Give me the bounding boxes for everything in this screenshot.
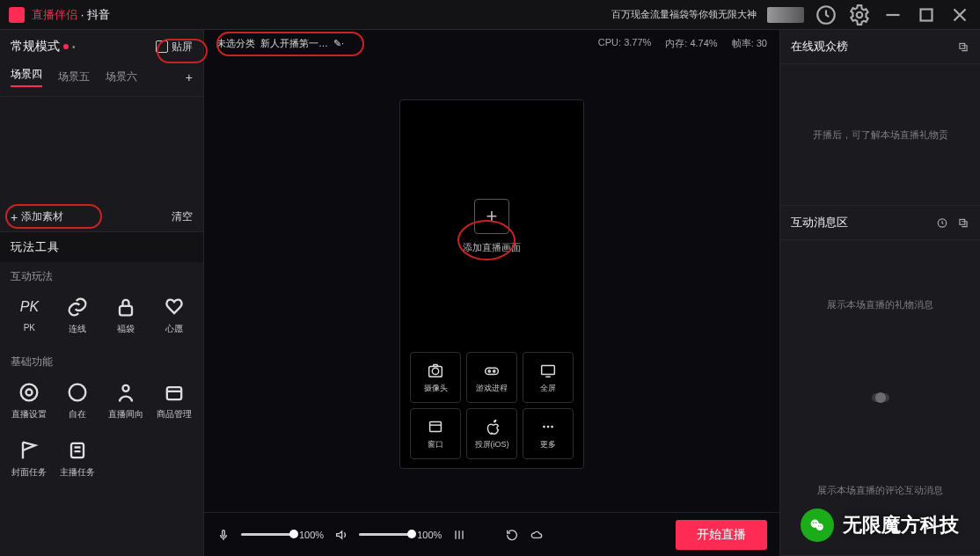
tool-self[interactable]: 自在 xyxy=(55,375,100,426)
source-fullscreen[interactable]: 全屏 xyxy=(523,352,574,403)
right-panel: 在线观众榜 开播后，可了解本场直播礼物贡 互动消息区 展示本场直播的礼物消息 展… xyxy=(779,30,980,556)
start-stream-button[interactable]: 开始直播 xyxy=(676,520,767,550)
gift-hint: 展示本场直播的礼物消息 xyxy=(789,298,971,311)
svg-point-5 xyxy=(26,390,33,396)
tool-lucky-bag[interactable]: 福袋 xyxy=(104,289,149,340)
svg-point-19 xyxy=(551,426,553,428)
stat-fps: 帧率: 30 xyxy=(732,37,767,50)
divider-handle[interactable] xyxy=(872,393,889,402)
svg-point-28 xyxy=(818,525,819,526)
tool-cover-task[interactable]: 封面任务 xyxy=(7,433,52,484)
tool-pk[interactable]: PKPK xyxy=(7,289,52,340)
scene-tab-1[interactable]: 场景四 xyxy=(11,67,42,87)
svg-rect-15 xyxy=(542,366,555,375)
source-game[interactable]: 游戏进程 xyxy=(466,352,517,403)
tool-link[interactable]: 连线 xyxy=(55,289,100,340)
switch-orientation-button[interactable]: 贴屏 xyxy=(156,40,193,55)
svg-rect-21 xyxy=(960,43,965,48)
add-scene-button[interactable]: + xyxy=(186,70,193,84)
svg-point-4 xyxy=(21,384,38,401)
flag-icon xyxy=(17,438,41,463)
tool-products[interactable]: 商品管理 xyxy=(151,375,196,426)
svg-point-1 xyxy=(857,11,863,18)
scene-tabs: 场景四 场景五 场景六 + xyxy=(0,62,203,97)
add-material-button[interactable]: +添加素材 xyxy=(11,209,63,224)
svg-rect-2 xyxy=(921,9,932,20)
svg-rect-8 xyxy=(166,387,180,399)
scene-tab-3[interactable]: 场景六 xyxy=(106,70,137,84)
mic-icon[interactable] xyxy=(216,528,230,542)
speaker-icon[interactable] xyxy=(334,528,348,542)
svg-point-27 xyxy=(815,522,817,523)
svg-rect-3 xyxy=(120,306,132,316)
plus-icon: + xyxy=(11,210,18,224)
lock-icon xyxy=(113,295,138,319)
heart-icon xyxy=(162,295,186,319)
sub2: 基础功能 xyxy=(0,348,203,375)
pk-icon: PK xyxy=(17,295,41,319)
audience-title: 在线观众榜 xyxy=(791,39,848,55)
svg-point-10 xyxy=(432,368,438,374)
interact-title: 互动消息区 xyxy=(791,215,848,230)
clock-small-icon[interactable] xyxy=(936,216,948,230)
apple-icon xyxy=(482,417,501,436)
eq-icon[interactable] xyxy=(452,528,466,542)
watermark: 无限魔方科技 xyxy=(801,508,959,542)
svg-point-17 xyxy=(543,426,545,428)
popout2-icon[interactable] xyxy=(957,216,969,230)
app-name: 直播伴侣 · 抖音 xyxy=(32,7,110,23)
stat-mem: 内存: 4.74% xyxy=(665,37,717,50)
audience-empty: 开播后，可了解本场直播礼物贡 xyxy=(780,64,980,205)
tool-wish[interactable]: 心愿 xyxy=(151,289,196,340)
source-ios-cast[interactable]: 投屏(iOS) xyxy=(466,408,517,459)
gamepad-icon xyxy=(482,361,501,380)
mic-slider[interactable]: 100% xyxy=(241,530,324,540)
camera-icon xyxy=(426,361,445,380)
gear-icon xyxy=(17,380,41,405)
svg-rect-12 xyxy=(486,368,499,374)
more-icon xyxy=(538,417,558,436)
mode-title: 常规模式• xyxy=(11,39,76,55)
maximize-icon[interactable] xyxy=(915,4,938,26)
popout-icon[interactable] xyxy=(957,40,969,55)
tools-header: 玩法工具 xyxy=(0,232,203,262)
minimize-icon[interactable] xyxy=(881,4,904,26)
svg-rect-20 xyxy=(223,530,225,536)
svg-rect-23 xyxy=(960,219,965,224)
app-logo-icon xyxy=(9,7,25,23)
svg-point-6 xyxy=(69,384,86,401)
preview-frame: + 添加直播画面 摄像头 游戏进程 全屏 窗口 投屏(iOS) 更多 xyxy=(399,99,584,469)
wechat-icon xyxy=(801,508,834,542)
speaker-slider[interactable]: 100% xyxy=(359,530,442,540)
task-icon xyxy=(65,438,90,463)
source-camera[interactable]: 摄像头 xyxy=(410,352,461,403)
title-bar: 直播伴侣 · 抖音 百万现金流量福袋等你领无限大神 xyxy=(0,0,980,30)
tool-host-task[interactable]: 主播任务 xyxy=(55,433,100,484)
clear-button[interactable]: 清空 xyxy=(172,209,193,224)
refresh-icon[interactable] xyxy=(505,528,519,542)
stream-title[interactable]: 新人开播第一… xyxy=(260,37,328,50)
source-more[interactable]: 更多 xyxy=(523,408,574,459)
scene-tab-2[interactable]: 场景五 xyxy=(58,70,90,84)
sub1: 互动玩法 xyxy=(0,262,203,289)
link-icon xyxy=(65,295,90,319)
add-source-button[interactable]: + xyxy=(474,199,509,234)
clock-icon[interactable] xyxy=(815,4,837,26)
tool-room[interactable]: 直播间向 xyxy=(104,375,149,426)
settings-icon[interactable] xyxy=(848,4,871,26)
source-window[interactable]: 窗口 xyxy=(410,408,461,459)
svg-rect-16 xyxy=(430,422,442,432)
svg-point-14 xyxy=(494,370,495,372)
tool-live-settings[interactable]: 直播设置 xyxy=(7,375,52,426)
stream-category[interactable]: 未选分类 xyxy=(216,37,255,50)
monitor-icon xyxy=(538,361,558,380)
orientation-icon xyxy=(156,40,168,53)
person-icon xyxy=(113,380,138,405)
cloud-icon[interactable] xyxy=(530,528,544,542)
user-avatar[interactable] xyxy=(767,7,804,23)
edit-icon[interactable]: ✎· xyxy=(333,38,344,49)
promo-text: 百万现金流量福袋等你领无限大神 xyxy=(611,8,757,21)
msg-hint: 展示本场直播的评论互动消息 xyxy=(789,484,971,497)
svg-point-7 xyxy=(122,385,128,391)
close-icon[interactable] xyxy=(948,4,971,26)
